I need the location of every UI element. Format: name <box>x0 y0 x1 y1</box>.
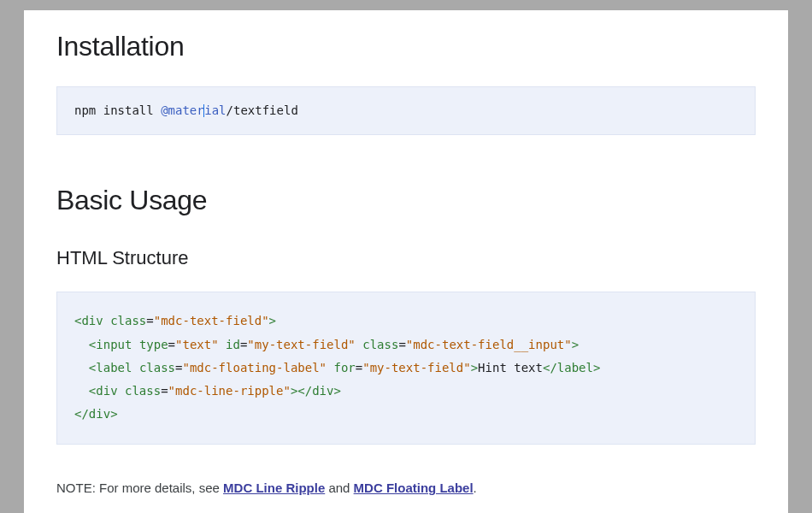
tag-label: <label <box>89 361 132 374</box>
indent <box>74 384 89 398</box>
tag-close: > <box>572 338 579 351</box>
attr-class: class <box>139 361 175 374</box>
link-mdc-line-ripple[interactable]: MDC Line Ripple <box>223 481 325 495</box>
doc-page: Installation npm install @material/textf… <box>24 10 788 513</box>
code-text-suffix: /textfield <box>227 103 298 117</box>
attr-class2: class <box>362 338 398 351</box>
note-mid: and <box>325 481 353 495</box>
tag-div-ripple: <div <box>89 384 118 398</box>
indent <box>74 338 89 351</box>
indent <box>74 361 89 374</box>
tag-div-open: <div <box>74 314 103 327</box>
tag-close: > <box>269 314 276 327</box>
pkg-link-part1: @mater <box>161 103 204 117</box>
code-pkg-link[interactable]: @material <box>161 103 226 117</box>
pkg-link-part2: ial <box>204 103 226 117</box>
note-paragraph: NOTE: For more details, see MDC Line Rip… <box>56 481 756 495</box>
gt: > <box>471 361 478 374</box>
code-text: npm install <box>74 103 161 117</box>
subheading-html-structure: HTML Structure <box>56 247 756 269</box>
val: "my-text-field" <box>247 338 355 351</box>
val: "text" <box>175 338 219 351</box>
attr-type: type <box>139 338 168 351</box>
eq: = <box>168 338 175 351</box>
eq: = <box>398 338 405 351</box>
val: "mdc-floating-label" <box>182 361 327 374</box>
attr-id: id <box>226 338 240 351</box>
label-text: Hint text <box>478 361 543 374</box>
tag-close: ></div> <box>291 384 341 398</box>
val: "mdc-text-field" <box>154 314 269 327</box>
tag-div-close: </div> <box>74 407 118 421</box>
heading-basic-usage: Basic Usage <box>56 185 756 216</box>
code-block-install[interactable]: npm install @material/textfield <box>56 86 756 135</box>
heading-installation: Installation <box>56 31 756 62</box>
tag-input: <input <box>89 338 132 351</box>
val: "my-text-field" <box>362 361 470 374</box>
note-prefix: NOTE: For more details, see <box>56 481 223 495</box>
note-suffix: . <box>474 481 477 495</box>
val: "mdc-line-ripple" <box>168 384 291 398</box>
code-block-html-structure[interactable]: <div class="mdc-text-field"> <input type… <box>56 292 756 444</box>
link-mdc-floating-label[interactable]: MDC Floating Label <box>354 481 474 495</box>
attr-for: for <box>333 361 355 374</box>
tag-label-close: </label> <box>543 361 600 374</box>
eq: = <box>146 314 153 327</box>
attr-class: class <box>125 384 161 398</box>
attr-class: class <box>110 314 146 327</box>
eq: = <box>356 361 362 374</box>
eq: = <box>161 384 168 398</box>
val: "mdc-text-field__input" <box>406 338 572 351</box>
